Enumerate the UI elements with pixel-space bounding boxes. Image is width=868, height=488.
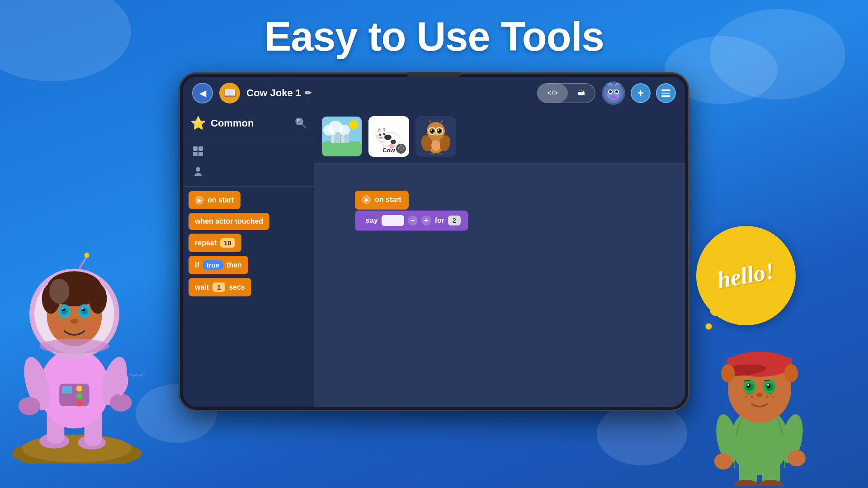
canvas-say-input[interactable] bbox=[382, 215, 404, 226]
svg-point-89 bbox=[53, 321, 63, 331]
svg-rect-17 bbox=[322, 141, 362, 156]
svg-point-88 bbox=[71, 319, 79, 324]
on-start-block[interactable]: ▶ on start bbox=[189, 191, 241, 209]
svg-point-71 bbox=[19, 397, 41, 415]
svg-point-124 bbox=[747, 384, 749, 386]
svg-point-5 bbox=[615, 90, 618, 93]
svg-point-58 bbox=[22, 435, 132, 463]
astronaut-character: 〰 bbox=[0, 204, 172, 465]
owl-sprite-thumb[interactable] bbox=[415, 116, 456, 157]
svg-point-35 bbox=[376, 131, 379, 136]
svg-point-66 bbox=[76, 386, 82, 392]
code-canvas: ▶ on start say − + for 2 bbox=[314, 164, 685, 407]
sidebar-header: ⭐ Common 🔍 bbox=[183, 109, 314, 137]
svg-point-68 bbox=[76, 401, 82, 407]
repeat-value[interactable]: 10 bbox=[220, 238, 235, 248]
canvas-for-value[interactable]: 2 bbox=[448, 216, 461, 225]
svg-point-10 bbox=[616, 83, 618, 84]
app-screen: ◀ 📖 Cow Joke 1 ✏ </> 🏔 bbox=[183, 77, 685, 407]
stage-area: Cow ⓘ bbox=[314, 109, 685, 407]
sprite-selector: Cow ⓘ bbox=[314, 109, 685, 164]
svg-point-4 bbox=[609, 90, 612, 93]
svg-rect-11 bbox=[193, 146, 198, 151]
svg-point-32 bbox=[378, 136, 383, 139]
svg-marker-45 bbox=[428, 119, 432, 123]
code-sidebar: ⭐ Common 🔍 bbox=[183, 109, 314, 407]
svg-point-113 bbox=[751, 396, 753, 398]
svg-point-94 bbox=[85, 253, 90, 258]
svg-rect-22 bbox=[335, 132, 340, 143]
view-toggle: </> 🏔 bbox=[537, 83, 595, 103]
repeat-block[interactable]: repeat 10 bbox=[189, 234, 241, 252]
svg-point-92 bbox=[39, 339, 109, 354]
background-sprite[interactable] bbox=[321, 116, 362, 157]
svg-point-72 bbox=[110, 394, 132, 412]
sidebar-title: Common bbox=[211, 117, 290, 129]
svg-point-125 bbox=[767, 384, 769, 386]
svg-point-54 bbox=[438, 129, 439, 131]
svg-point-104 bbox=[788, 450, 806, 466]
svg-point-126 bbox=[756, 393, 763, 397]
top-nav: ◀ 📖 Cow Joke 1 ✏ </> 🏔 bbox=[183, 77, 685, 109]
speech-bubble-text: hello! bbox=[716, 259, 776, 292]
canvas-minus-button[interactable]: − bbox=[408, 216, 418, 225]
star-icon: ⭐ bbox=[190, 116, 206, 131]
svg-point-25 bbox=[349, 120, 358, 129]
svg-rect-12 bbox=[198, 146, 203, 151]
stage-view-button[interactable]: 🏔 bbox=[568, 84, 595, 103]
sidebar-tools bbox=[183, 137, 314, 187]
edit-icon[interactable]: ✏ bbox=[305, 88, 311, 98]
page-title: Easy to Use Tools bbox=[0, 14, 868, 60]
monster-avatar[interactable] bbox=[602, 81, 625, 105]
search-icon[interactable]: 🔍 bbox=[295, 117, 307, 129]
sprite-info-button[interactable]: ⓘ bbox=[396, 144, 406, 154]
svg-point-8 bbox=[609, 83, 611, 84]
svg-point-90 bbox=[86, 321, 96, 331]
svg-text:〰: 〰 bbox=[129, 369, 143, 385]
svg-point-114 bbox=[745, 396, 747, 398]
svg-rect-13 bbox=[193, 152, 198, 156]
svg-point-87 bbox=[82, 308, 84, 310]
svg-marker-46 bbox=[440, 119, 443, 123]
project-title: Cow Joke 1 ✏ bbox=[246, 87, 531, 99]
svg-line-93 bbox=[80, 256, 87, 269]
code-view-button[interactable]: </> bbox=[538, 84, 568, 103]
wait-value[interactable]: 1 bbox=[212, 282, 225, 292]
nav-right: + bbox=[602, 81, 676, 105]
svg-point-53 bbox=[431, 129, 432, 131]
svg-point-31 bbox=[383, 133, 385, 136]
speech-bubble: hello! bbox=[696, 226, 796, 325]
svg-rect-14 bbox=[198, 152, 203, 156]
svg-point-67 bbox=[76, 393, 82, 399]
svg-point-34 bbox=[381, 137, 382, 138]
add-button[interactable]: + bbox=[631, 83, 651, 103]
canvas-plus-button[interactable]: + bbox=[421, 216, 431, 225]
book-button[interactable]: 📖 bbox=[219, 83, 240, 103]
svg-point-110 bbox=[721, 364, 735, 382]
sidebar-person-icon[interactable] bbox=[183, 162, 314, 183]
svg-point-33 bbox=[379, 137, 380, 138]
play-icon: ▶ bbox=[195, 196, 204, 205]
if-then-block[interactable]: if true then bbox=[189, 256, 248, 274]
wait-block[interactable]: wait 1 secs bbox=[189, 278, 251, 296]
hamburger-menu-button[interactable] bbox=[656, 83, 676, 103]
back-button[interactable]: ◀ bbox=[192, 83, 213, 103]
cow-sprite-thumb[interactable]: Cow ⓘ bbox=[368, 116, 409, 157]
project-name-text: Cow Joke 1 bbox=[246, 87, 301, 99]
svg-point-79 bbox=[89, 284, 107, 314]
svg-point-117 bbox=[772, 396, 774, 398]
sidebar-motion-icon[interactable] bbox=[183, 141, 314, 162]
svg-point-111 bbox=[784, 364, 798, 382]
canvas-say-block[interactable]: say − + for 2 bbox=[355, 211, 468, 231]
svg-point-29 bbox=[391, 140, 396, 144]
svg-point-28 bbox=[384, 135, 392, 140]
svg-rect-23 bbox=[341, 136, 344, 143]
when-actor-touched-block[interactable]: when actor touched bbox=[189, 213, 269, 230]
device-frame: ◀ 📖 Cow Joke 1 ✏ </> 🏔 bbox=[179, 72, 689, 411]
svg-point-15 bbox=[196, 167, 200, 172]
boy-character bbox=[687, 314, 832, 488]
code-blocks-panel: ▶ on start when actor touched repeat 10 bbox=[183, 187, 314, 407]
canvas-on-start-block[interactable]: ▶ on start bbox=[355, 191, 409, 210]
svg-rect-65 bbox=[62, 386, 72, 394]
condition-value[interactable]: true bbox=[203, 260, 223, 270]
